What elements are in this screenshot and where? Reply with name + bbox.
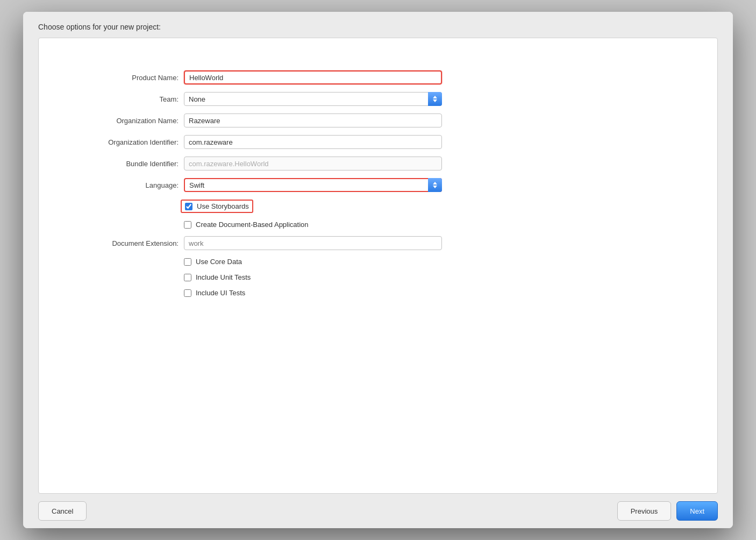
- create-doc-checkbox[interactable]: [184, 221, 191, 229]
- include-unit-tests-row: Include Unit Tests: [184, 273, 696, 281]
- footer-right: Previous Next: [617, 501, 718, 521]
- document-extension-label: Document Extension:: [60, 239, 179, 247]
- bundle-identifier-row: Bundle Identifier:: [60, 157, 696, 170]
- dialog-content: Product Name: Team: None Organi: [38, 38, 718, 494]
- dialog-footer: Cancel Previous Next: [23, 494, 733, 528]
- team-label: Team:: [60, 95, 179, 103]
- org-identifier-row: Organization Identifier:: [60, 135, 696, 149]
- product-name-row: Product Name:: [60, 70, 696, 84]
- org-name-input[interactable]: [184, 113, 442, 127]
- include-ui-tests-checkbox[interactable]: [184, 289, 191, 297]
- cancel-button[interactable]: Cancel: [38, 501, 87, 521]
- use-core-data-checkbox[interactable]: [184, 258, 191, 266]
- language-label: Language:: [60, 181, 179, 189]
- bundle-identifier-label: Bundle Identifier:: [60, 160, 179, 168]
- include-ui-tests-label[interactable]: Include UI Tests: [196, 289, 245, 297]
- use-storyboards-row: Use Storyboards: [181, 200, 253, 213]
- team-row: Team: None: [60, 92, 696, 106]
- include-unit-tests-checkbox[interactable]: [184, 274, 191, 281]
- use-storyboards-checkbox[interactable]: [185, 203, 192, 210]
- team-select[interactable]: None: [184, 92, 442, 106]
- dialog-header: Choose options for your new project:: [23, 12, 733, 38]
- create-doc-label[interactable]: Create Document-Based Application: [196, 221, 309, 229]
- include-ui-tests-row: Include UI Tests: [184, 289, 696, 297]
- language-row: Language: Swift Objective-C: [60, 178, 696, 192]
- use-core-data-label[interactable]: Use Core Data: [196, 258, 242, 266]
- next-button[interactable]: Next: [676, 501, 718, 521]
- product-name-input[interactable]: [184, 70, 442, 84]
- product-name-label: Product Name:: [60, 74, 179, 82]
- use-storyboards-label[interactable]: Use Storyboards: [197, 202, 249, 210]
- language-select-wrapper: Swift Objective-C: [184, 178, 442, 192]
- org-name-label: Organization Name:: [60, 117, 179, 125]
- org-identifier-input[interactable]: [184, 135, 442, 149]
- create-doc-row: Create Document-Based Application: [184, 221, 696, 229]
- include-unit-tests-label[interactable]: Include Unit Tests: [196, 273, 251, 281]
- form-area: Product Name: Team: None Organi: [39, 60, 717, 308]
- project-options-dialog: Choose options for your new project: Pro…: [23, 12, 733, 528]
- team-select-wrapper: None: [184, 92, 442, 106]
- previous-button[interactable]: Previous: [617, 501, 672, 521]
- language-select[interactable]: Swift Objective-C: [184, 178, 442, 192]
- dialog-title: Choose options for your new project:: [38, 23, 718, 31]
- document-extension-input[interactable]: [184, 236, 442, 250]
- document-extension-row: Document Extension:: [60, 236, 696, 250]
- bundle-identifier-input: [184, 157, 442, 170]
- use-core-data-row: Use Core Data: [184, 258, 696, 266]
- org-identifier-label: Organization Identifier:: [60, 138, 179, 146]
- org-name-row: Organization Name:: [60, 113, 696, 127]
